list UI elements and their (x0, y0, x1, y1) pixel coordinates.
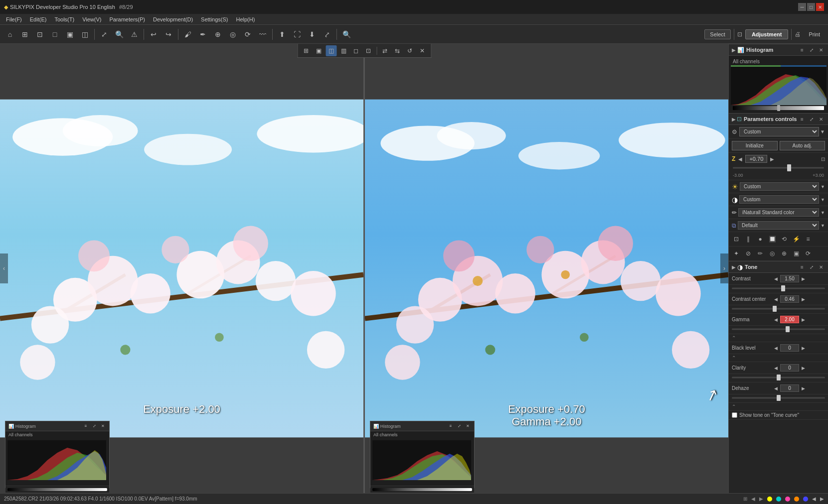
clarity-thumb[interactable] (777, 375, 781, 380)
toolbar-btn-rotate[interactable]: ⟳ (241, 27, 255, 41)
toolbar-btn-brush[interactable]: 🖌 (181, 27, 195, 41)
toolbar-btn-split[interactable]: ▣ (63, 27, 77, 41)
sub-btn-view2[interactable]: ◫ (326, 45, 336, 56)
tool-btn-13[interactable]: ▣ (791, 248, 802, 259)
sub-btn-close[interactable]: ✕ (417, 45, 428, 56)
mini-hist-right-expand[interactable]: ⤢ (456, 423, 463, 430)
toolbar-btn-redo[interactable]: ↪ (162, 27, 175, 41)
clarity-slider[interactable] (732, 374, 825, 381)
tool-btn-3[interactable]: ● (755, 234, 766, 245)
toolbar-btn-home[interactable]: ⌂ (3, 27, 17, 41)
tool-btn-2[interactable]: ∥ (743, 234, 754, 245)
tone-contrast-arrow[interactable]: ▼ (821, 197, 825, 202)
params-custom-dropdown[interactable]: Custom (739, 127, 819, 136)
print-button[interactable]: Print (804, 30, 825, 39)
tone-color-dropdown[interactable]: iNaturall Standard color (738, 208, 819, 217)
toolbar-btn-grid[interactable]: ⊞ (18, 27, 32, 41)
contrast-slider[interactable] (732, 285, 825, 292)
params-dropdown-arrow[interactable]: ▼ (820, 129, 825, 134)
tool-btn-1[interactable]: ⊡ (731, 234, 742, 245)
histogram-expand-btn[interactable]: ⤢ (808, 46, 816, 54)
tone-section-header[interactable]: ▶ ◑ Tone ≡ ⤢ ✕ (729, 261, 828, 273)
gamma-decrease-btn[interactable]: ◀ (774, 317, 778, 322)
ev-thumb[interactable] (787, 164, 791, 171)
contrast-decrease-btn[interactable]: ◀ (774, 276, 778, 281)
close-button[interactable]: ✕ (816, 3, 824, 11)
dehaze-increase-btn[interactable]: ▶ (801, 386, 806, 391)
menu-tools[interactable]: Tools(T) (50, 14, 78, 25)
toolbar-btn-search[interactable]: 🔍 (339, 27, 353, 41)
tool-btn-14[interactable]: ⟳ (803, 248, 814, 259)
ev-decrease-btn[interactable]: ◀ (737, 156, 743, 162)
toolbar-btn-move[interactable]: ⤤ (320, 27, 334, 41)
sub-btn-swap[interactable]: ⇄ (379, 45, 390, 56)
toolbar-btn-brush2[interactable]: ✒ (196, 27, 210, 41)
cc-thumb[interactable] (773, 306, 777, 312)
sub-btn-settings[interactable]: ⊞ (301, 45, 312, 56)
tone-contrast-dropdown[interactable]: Custom (739, 195, 819, 204)
tone-close-btn[interactable]: ✕ (817, 263, 825, 271)
cc-decrease-btn[interactable]: ◀ (774, 297, 778, 302)
mini-hist-left-menu[interactable]: ≡ (82, 423, 89, 430)
toolbar-btn-multi[interactable]: ⊡ (33, 27, 47, 41)
toolbar-btn-compare[interactable]: ◫ (78, 27, 92, 41)
status-icon-next[interactable]: ▶ (820, 496, 824, 502)
menu-help[interactable]: Help(H) (232, 14, 259, 25)
sub-btn-swap2[interactable]: ⇆ (392, 45, 403, 56)
dehaze-thumb[interactable] (777, 395, 781, 401)
scroll-left-button[interactable]: ‹ (0, 253, 8, 283)
tool-btn-5[interactable]: ⟲ (779, 234, 790, 245)
gamma-increase-btn[interactable]: ▶ (801, 317, 806, 322)
toolbar-btn-fullscreen[interactable]: ⛶ (290, 27, 304, 41)
histogram-close-btn[interactable]: ✕ (817, 46, 825, 54)
maximize-button[interactable]: □ (807, 3, 815, 11)
tone-menu-btn[interactable]: ≡ (798, 263, 806, 271)
tone-color-arrow[interactable]: ▼ (821, 210, 825, 215)
minimize-button[interactable]: ─ (798, 3, 806, 11)
toolbar-btn-warning[interactable]: ⚠ (127, 27, 141, 41)
contrast-increase-btn[interactable]: ▶ (801, 276, 806, 281)
contrast-thumb[interactable] (781, 285, 785, 291)
menu-parameters[interactable]: Parameters(P) (105, 14, 149, 25)
histogram-thumb[interactable] (777, 105, 780, 111)
toolbar-btn-zoom-in[interactable]: 🔍 (112, 27, 126, 41)
mini-hist-right-menu[interactable]: ≡ (447, 423, 454, 430)
histogram-section-header[interactable]: ▶ 📊 Histogram ≡ ⤢ ✕ (729, 44, 828, 56)
adjustment-button[interactable]: Adjustment (745, 29, 789, 39)
menu-edit[interactable]: Edit(E) (26, 14, 51, 25)
menu-file[interactable]: File(F) (2, 14, 26, 25)
tone-sun-arrow[interactable]: ▼ (821, 184, 825, 189)
params-expand-btn[interactable]: ⤢ (808, 115, 816, 123)
auto-adj-button[interactable]: Auto adj. (780, 141, 826, 150)
gamma-slider[interactable] (732, 326, 825, 333)
params-section-header[interactable]: ▶ ⊡ Parameters controls ≡ ⤢ ✕ (729, 113, 828, 125)
tool-btn-6[interactable]: ⚡ (791, 234, 802, 245)
cc-slider[interactable] (732, 305, 825, 312)
bl-decrease-btn[interactable]: ◀ (774, 346, 778, 351)
toolbar-btn-single[interactable]: □ (48, 27, 62, 41)
toolbar-btn-export[interactable]: ⬆ (275, 27, 289, 41)
show-tone-curve-checkbox[interactable] (732, 412, 737, 418)
menu-development[interactable]: Development(D) (149, 14, 197, 25)
toolbar-btn-undo[interactable]: ↩ (147, 27, 161, 41)
mini-hist-right-close[interactable]: ✕ (464, 423, 471, 430)
ev-increase-btn[interactable]: ▶ (769, 156, 775, 162)
ev-slider[interactable] (733, 164, 824, 172)
tool-btn-9[interactable]: ⊘ (743, 248, 754, 259)
tool-btn-12[interactable]: ⊕ (779, 248, 790, 259)
tone-default-arrow[interactable]: ▼ (821, 223, 825, 228)
params-menu-btn[interactable]: ≡ (798, 115, 806, 123)
dehaze-decrease-btn[interactable]: ◀ (774, 386, 778, 391)
bl-increase-btn[interactable]: ▶ (801, 346, 806, 351)
tool-btn-11[interactable]: ◎ (767, 248, 778, 259)
tone-default-dropdown[interactable]: Default (738, 221, 819, 230)
sub-btn-view1[interactable]: ▣ (313, 45, 324, 56)
tool-btn-4[interactable]: 🔲 (767, 234, 778, 245)
sub-btn-view3[interactable]: ▥ (338, 45, 349, 56)
mini-hist-left-expand[interactable]: ⤢ (91, 423, 98, 430)
tool-btn-8[interactable]: ✦ (731, 248, 742, 259)
clarity-increase-btn[interactable]: ▶ (801, 366, 806, 371)
toolbar-btn-zoom-fit[interactable]: ⤢ (97, 27, 111, 41)
status-icon-prev[interactable]: ◀ (812, 496, 816, 502)
tone-expand-btn[interactable]: ⤢ (808, 263, 816, 271)
